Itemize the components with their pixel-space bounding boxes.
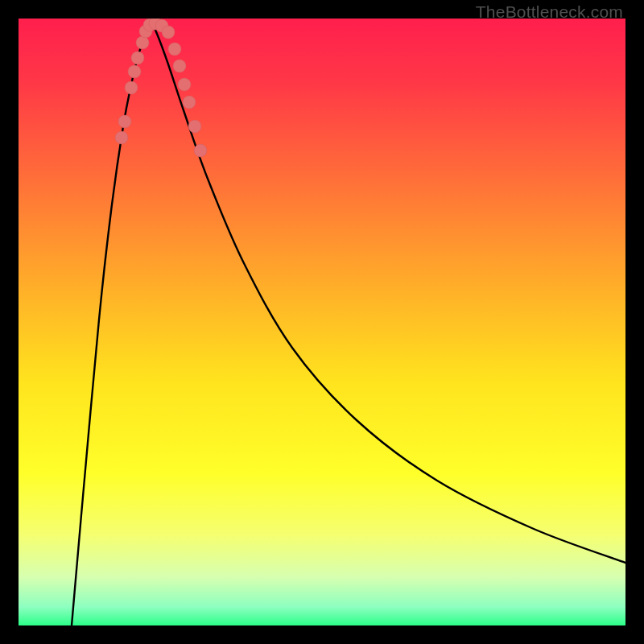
outer-frame: TheBottleneck.com	[0, 0, 644, 644]
highlight-dot	[188, 120, 201, 133]
highlight-dot	[136, 36, 149, 49]
bottleneck-curve	[72, 23, 625, 625]
highlight-dot	[128, 65, 141, 78]
plot-area	[19, 19, 625, 625]
highlight-dot	[178, 78, 191, 91]
chart-curve-layer	[19, 19, 625, 625]
highlight-dot	[162, 26, 175, 39]
highlight-dot	[183, 96, 196, 109]
watermark-text: TheBottleneck.com	[476, 2, 623, 22]
highlight-dot	[131, 52, 144, 64]
highlight-dot	[118, 115, 131, 128]
highlight-dot	[194, 144, 207, 157]
highlight-dot	[173, 60, 186, 72]
highlight-dot	[115, 131, 128, 144]
highlight-dot	[168, 43, 181, 56]
highlight-dot	[125, 81, 138, 94]
